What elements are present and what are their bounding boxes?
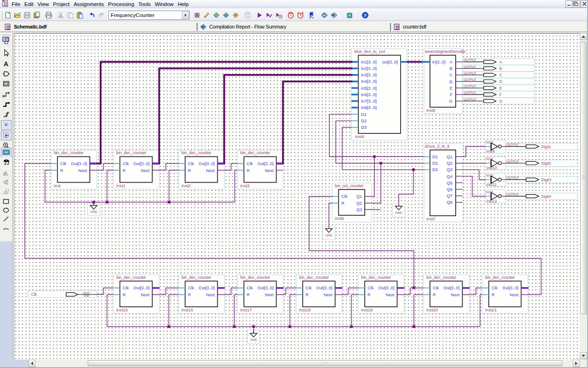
svg-text:inst16: inst16 (181, 307, 193, 312)
svg-text:inst21: inst21 (485, 307, 497, 312)
svg-text:E: E (499, 86, 502, 90)
svg-text:INPUT: INPUT (83, 291, 90, 294)
svg-text:Out[3..0]: Out[3..0] (133, 161, 149, 166)
svg-text:Clk: Clk (60, 161, 67, 166)
svg-text:R: R (123, 168, 126, 172)
svg-text:Out[3..0]: Out[3..0] (257, 286, 273, 290)
svg-text:Clk: Clk (188, 286, 194, 290)
svg-text:R: R (247, 293, 250, 297)
svg-text:R: R (188, 168, 191, 172)
svg-text:in5[3..0]: in5[3..0] (361, 85, 377, 90)
svg-text:Q7: Q7 (447, 193, 452, 198)
svg-text:C: C (449, 72, 452, 77)
svg-text:Q4: Q4 (447, 173, 452, 178)
svg-text:R: R (123, 293, 126, 297)
svg-text:GND: GND (90, 210, 97, 213)
svg-text:Next: Next (510, 293, 519, 297)
svg-text:Out[3..0]: Out[3..0] (443, 286, 459, 290)
svg-text:bin_dec_counter: bin_dec_counter (181, 275, 211, 279)
svg-text:Q2: Q2 (447, 161, 452, 166)
svg-text:bin_dec_counter: bin_dec_counter (361, 275, 391, 279)
svg-text:inst19: inst19 (361, 307, 373, 312)
svg-text:bin_dec_counter: bin_dec_counter (240, 150, 270, 155)
svg-text:OUTPUT: OUTPUT (464, 58, 477, 62)
svg-text:Clk: Clk (368, 286, 374, 290)
svg-text:D1: D1 (361, 111, 367, 116)
svg-text:Q5: Q5 (447, 180, 452, 185)
svg-text:E: E (450, 85, 452, 90)
svg-text:Next: Next (206, 293, 215, 297)
svg-text:OUTPUT: OUTPUT (464, 71, 477, 75)
svg-text:OUTPUT: OUTPUT (464, 85, 477, 88)
svg-text:Digit4: Digit4 (541, 194, 551, 198)
svg-text:Next: Next (265, 168, 274, 172)
svg-text:Clk: Clk (492, 286, 498, 290)
svg-text:Out[3..0]: Out[3..0] (198, 286, 215, 290)
svg-text:in1[3..0]: in1[3..0] (361, 59, 377, 64)
svg-text:Clk: Clk (341, 194, 348, 199)
svg-text:Clk: Clk (247, 161, 253, 166)
svg-text:bin_dec_counter: bin_dec_counter (299, 275, 329, 279)
svg-text:?: ? (364, 12, 367, 17)
svg-text:GND: GND (395, 211, 402, 214)
svg-text:Mux_8x4_to_1x4: Mux_8x4_to_1x4 (354, 49, 385, 53)
svg-text:Clk: Clk (123, 286, 129, 290)
svg-text:OUTPUT: OUTPUT (506, 143, 520, 146)
svg-text:Next: Next (141, 293, 150, 297)
svg-text:inst1: inst1 (116, 183, 125, 188)
svg-text:OUTPUT: OUTPUT (464, 65, 477, 68)
svg-text:bin_dec_counter: bin_dec_counter (240, 275, 270, 279)
svg-text:OUTPUT: OUTPUT (506, 193, 520, 196)
svg-text:dmux_3_to_8: dmux_3_to_8 (425, 144, 450, 148)
svg-text:Q1: Q1 (447, 154, 452, 159)
svg-text:in2[3..0]: in2[3..0] (361, 65, 377, 70)
svg-text:in4[3..0]: in4[3..0] (361, 79, 377, 84)
svg-text:F: F (499, 92, 502, 97)
svg-text:inst3: inst3 (240, 183, 249, 188)
svg-text:STOP: STOP (244, 14, 251, 17)
svg-text:inst20: inst20 (426, 307, 438, 312)
svg-text:inst18: inst18 (299, 307, 311, 312)
svg-text:bin_dec_counter: bin_dec_counter (485, 275, 515, 279)
svg-text:Out[3..0]: Out[3..0] (316, 286, 332, 290)
svg-text:out[3..0]: out[3..0] (382, 59, 398, 64)
svg-text:R: R (368, 293, 371, 297)
svg-text:D: D (449, 79, 452, 84)
svg-text:B: B (499, 66, 502, 70)
svg-text:Next: Next (206, 168, 215, 172)
svg-text:Clk: Clk (247, 286, 253, 290)
svg-text:Out[3..0]: Out[3..0] (257, 161, 273, 166)
svg-text:Next: Next (386, 293, 395, 297)
svg-text:bin_dec_counter: bin_dec_counter (426, 275, 456, 279)
svg-text:Out[3..0]: Out[3..0] (198, 161, 215, 166)
svg-text:inst15: inst15 (116, 307, 128, 312)
svg-text:sevenSegmentDecoder: sevenSegmentDecoder (425, 49, 466, 53)
svg-text:Out[3..0]: Out[3..0] (71, 161, 87, 166)
svg-text:D: D (499, 79, 502, 84)
svg-text:inst4: inst4 (355, 134, 364, 139)
svg-text:Out[3..0]: Out[3..0] (502, 286, 518, 290)
svg-text:D3: D3 (361, 125, 367, 130)
svg-text:Clk: Clk (188, 161, 194, 166)
svg-text:in8[3..0]: in8[3..0] (361, 105, 377, 110)
svg-text:Next: Next (265, 293, 274, 297)
svg-text:OUTPUT: OUTPUT (506, 176, 520, 179)
svg-text:OUTPUT: OUTPUT (464, 98, 477, 101)
svg-text:Next: Next (141, 168, 150, 172)
svg-text:Digit3: Digit3 (541, 177, 551, 182)
svg-text:bin_dec_counter: bin_dec_counter (116, 150, 146, 155)
svg-text:Q3: Q3 (356, 207, 362, 212)
svg-text:Q6: Q6 (447, 187, 452, 192)
svg-text:in[3..0]: in[3..0] (432, 59, 446, 64)
svg-text:Next: Next (451, 293, 460, 297)
svg-text:R: R (492, 293, 495, 297)
svg-text:R: R (247, 168, 250, 172)
svg-text:Digit1: Digit1 (541, 144, 551, 149)
svg-text:Clk: Clk (433, 286, 439, 290)
svg-text:F: F (450, 92, 452, 97)
svg-text:A: A (450, 59, 453, 64)
svg-text:Q2: Q2 (356, 201, 362, 206)
svg-text:inst6: inst6 (335, 216, 344, 221)
svg-text:Next: Next (324, 293, 333, 297)
svg-text:Clk: Clk (31, 292, 37, 296)
